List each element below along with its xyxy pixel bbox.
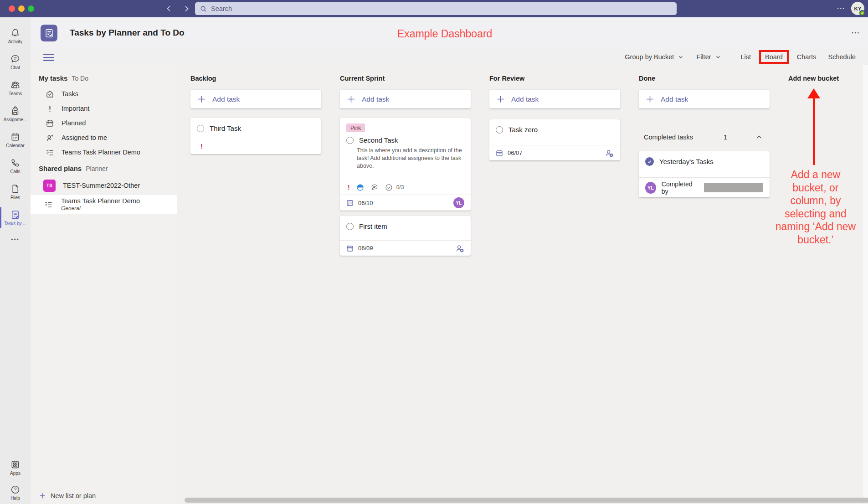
- checklist-icon: [46, 148, 54, 157]
- task-title: First item: [359, 222, 387, 230]
- task-card-third-task[interactable]: Third Task !: [190, 118, 321, 154]
- annotation-arrow-line: [813, 98, 815, 165]
- titlebar-more-button[interactable]: ⋯: [837, 3, 846, 13]
- rail-item-files[interactable]: Files: [0, 179, 31, 205]
- app-header: Tasks by Planner and To Do Example Dashb…: [31, 17, 868, 49]
- rail-more-button[interactable]: •••: [11, 231, 20, 249]
- column-current-sprint: Current Sprint Add task Pink Second Task…: [340, 65, 473, 504]
- sidebar-item-test-summer2022[interactable]: TS TEST-Summer2022-Other: [31, 177, 177, 194]
- group-by-dropdown[interactable]: Group by Bucket: [618, 53, 690, 61]
- tab-list[interactable]: List: [735, 53, 757, 61]
- chat-icon: [10, 53, 21, 65]
- shared-plans-section-header: Shared plans Planner: [39, 165, 108, 172]
- task-title: Second Task: [359, 136, 398, 144]
- selected-plan-name: Teams Task Planner Demo: [61, 197, 140, 205]
- assign-person-icon[interactable]: [455, 244, 464, 253]
- tasks-home-icon: [46, 90, 54, 98]
- rail-item-label: Chat: [10, 65, 20, 70]
- column-header: Done: [639, 75, 655, 82]
- add-task-label: Add task: [511, 95, 539, 103]
- complete-task-toggle[interactable]: [197, 125, 204, 132]
- plus-icon: [496, 94, 505, 104]
- assignee-avatar[interactable]: YL: [645, 182, 656, 194]
- phone-icon: [10, 157, 21, 169]
- tab-board-highlighted[interactable]: Board: [759, 50, 789, 64]
- minimize-window-button[interactable]: [18, 5, 25, 12]
- completed-tasks-toggle[interactable]: Completed tasks 1: [639, 134, 770, 141]
- add-task-label: Add task: [661, 95, 688, 103]
- horizontal-scrollbar[interactable]: [185, 498, 868, 503]
- scroll-gutter: [863, 65, 868, 499]
- column-done: Done Add task Completed tasks 1 Yesterda…: [639, 65, 772, 504]
- maximize-window-button[interactable]: [28, 5, 34, 12]
- rail-item-assignments[interactable]: Assignme...: [0, 101, 31, 127]
- sidebar-item-important[interactable]: Important: [31, 101, 177, 116]
- window-controls: [9, 5, 34, 12]
- sidebar-item-teams-task-planner-demo[interactable]: Teams Task Planner Demo: [31, 145, 177, 159]
- plan-badge: TS: [43, 180, 56, 192]
- sidebar-item-selected-plan[interactable]: Teams Task Planner Demo General: [31, 195, 177, 214]
- important-icon: [46, 104, 54, 113]
- rail-item-calendar[interactable]: Calendar: [0, 127, 31, 153]
- planner-app-icon: [41, 25, 57, 41]
- task-card-task-zero[interactable]: Task zero 06/07: [489, 119, 620, 160]
- sidebar-item-label: Tasks: [62, 90, 78, 98]
- backpack-icon: [10, 105, 21, 117]
- sidebar-item-planned[interactable]: Planned: [31, 116, 177, 130]
- sidebar-item-label: TEST-Summer2022-Other: [63, 182, 140, 189]
- complete-task-toggle[interactable]: [346, 137, 354, 144]
- annotation-example-dashboard: Example Dashboard: [397, 28, 492, 40]
- task-card-yesterdays-tasks[interactable]: Yesterday's Tasks YL Completed by: [639, 151, 770, 197]
- rail-item-teams[interactable]: Teams: [0, 75, 31, 101]
- plus-icon: [645, 94, 655, 104]
- plus-icon: [346, 94, 356, 104]
- rail-item-chat[interactable]: Chat: [0, 49, 31, 75]
- add-task-button[interactable]: Add task: [340, 90, 471, 108]
- hamburger-menu-icon[interactable]: [43, 54, 54, 61]
- due-date: 06/07: [508, 149, 523, 156]
- rail-item-activity[interactable]: Activity: [0, 23, 31, 49]
- column-header: For Review: [489, 75, 524, 82]
- column-for-review: For Review Add task Task zero 06/07: [489, 65, 622, 504]
- complete-task-toggle[interactable]: [496, 126, 503, 134]
- calendar-icon: [10, 131, 21, 143]
- shared-plans-title: Shared plans: [39, 165, 82, 172]
- search-input[interactable]: Search: [195, 2, 677, 15]
- rail-item-apps[interactable]: Apps: [0, 454, 31, 480]
- add-task-label: Add task: [212, 95, 240, 103]
- tab-charts[interactable]: Charts: [791, 53, 822, 61]
- new-list-or-plan-button[interactable]: New list or plan: [39, 492, 96, 499]
- assign-person-icon[interactable]: [605, 149, 614, 158]
- assignee-avatar[interactable]: YL: [453, 197, 464, 208]
- tab-schedule[interactable]: Schedule: [822, 53, 862, 61]
- completed-check-icon[interactable]: [645, 157, 654, 166]
- forward-icon[interactable]: [180, 2, 193, 15]
- bell-icon: [10, 27, 21, 39]
- priority-important-icon: !: [348, 184, 350, 191]
- close-window-button[interactable]: [9, 5, 15, 12]
- task-card-first-item[interactable]: First item 06/09: [340, 216, 471, 256]
- sidebar-item-assigned-to-me[interactable]: Assigned to me: [31, 130, 177, 145]
- rail-item-calls[interactable]: Calls: [0, 153, 31, 179]
- back-icon[interactable]: [162, 2, 176, 15]
- task-card-second-task[interactable]: Pink Second Task This is where you add a…: [340, 118, 471, 211]
- rail-item-label: Assignme...: [3, 117, 27, 122]
- add-task-button[interactable]: Add task: [489, 90, 620, 108]
- add-task-button[interactable]: Add task: [190, 90, 321, 108]
- active-indicator: [0, 207, 1, 228]
- rail-item-tasks-active[interactable]: Tasks by ...: [0, 205, 31, 231]
- complete-task-toggle[interactable]: [346, 223, 354, 230]
- rail-item-label: Files: [10, 195, 20, 200]
- filter-label: Filter: [696, 53, 711, 61]
- rail-item-help[interactable]: ? Help: [0, 480, 31, 504]
- avatar[interactable]: KY: [851, 2, 864, 15]
- sidebar-item-tasks[interactable]: Tasks: [31, 87, 177, 101]
- redacted-name-block: [704, 183, 763, 192]
- app-header-more-button[interactable]: ⋯: [851, 27, 861, 38]
- completed-tasks-count: 1: [724, 134, 727, 141]
- add-new-bucket-button[interactable]: Add new bucket: [788, 75, 839, 82]
- svg-text:?: ?: [14, 487, 17, 492]
- filter-dropdown[interactable]: Filter: [690, 53, 727, 61]
- column-header: Current Sprint: [340, 75, 385, 82]
- add-task-button[interactable]: Add task: [639, 90, 770, 108]
